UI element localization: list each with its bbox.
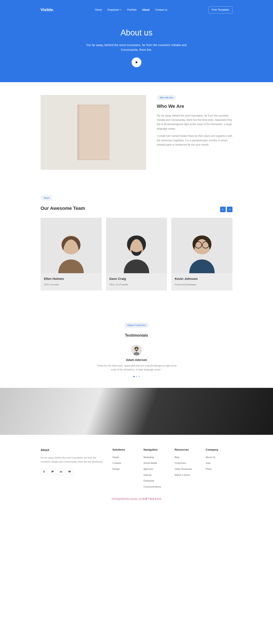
nav-about[interactable]: About — [142, 8, 150, 12]
team-name: Dave Craig — [109, 276, 164, 281]
footer-link[interactable]: Enterprise — [144, 479, 170, 483]
footer-link[interactable]: Jobs — [206, 461, 233, 465]
footer-link[interactable]: Press — [206, 467, 233, 471]
footer-about-title: About — [40, 448, 104, 452]
who-section: Who We Are Who We Are Far far away, behi… — [0, 82, 273, 182]
svg-rect-7 — [60, 471, 60, 472]
team-photo — [171, 218, 233, 273]
team-role: CEO, Co-Founder — [109, 283, 128, 286]
hero-content: About us Far far away, behind the word m… — [81, 26, 192, 67]
social-links — [40, 468, 104, 475]
play-button[interactable] — [132, 58, 141, 67]
footer-bottom-text: 访问仙踪社区bbs.xianlao.com免费下载更多内容 — [40, 497, 233, 501]
youtube-icon[interactable] — [66, 468, 73, 475]
team-name: Kevin Johnson — [175, 276, 229, 281]
testimonials-pill: Happy Customers — [124, 322, 149, 328]
who-title: Who We Are — [157, 102, 233, 110]
footer-col-title: Resources — [175, 448, 202, 452]
footer-link[interactable]: Blog — [175, 456, 202, 459]
free-templates-button[interactable]: Free Templates — [209, 6, 233, 14]
testimonials-title: Testimonials — [40, 332, 233, 338]
team-photo — [106, 218, 167, 273]
who-pill: Who We Are — [157, 95, 176, 100]
testimonial-name: Adam Aderson — [40, 358, 233, 362]
who-image — [40, 95, 146, 170]
nav-dropdown[interactable]: Dropdown — [107, 8, 122, 12]
team-card: Dave CraigCEO, Co-Founder — [106, 218, 167, 290]
team-grid: Ellen HolmesCEO, Founder Dave CraigCEO, … — [40, 218, 233, 290]
team-arrows — [220, 207, 233, 212]
team-card: Ellen HolmesCEO, Founder — [40, 218, 102, 290]
dot[interactable] — [136, 376, 137, 377]
footer: About Far far away, behind the word moun… — [0, 435, 273, 508]
footer-columns: Solutions Studio Creative Design Navigat… — [112, 448, 233, 491]
footer-col-navigation: Navigation Marketing Social Media Agenci… — [144, 448, 170, 491]
dot[interactable] — [138, 376, 140, 377]
logo[interactable]: Visible. — [40, 7, 54, 13]
footer-link[interactable]: Social Media — [144, 461, 170, 465]
footer-link[interactable]: Agencies — [144, 467, 170, 471]
carousel-dots — [40, 376, 233, 377]
dot[interactable] — [133, 376, 135, 377]
who-p1: Far far away, behind the word mountains,… — [157, 114, 233, 131]
footer-link[interactable]: Video Showcase — [175, 467, 202, 471]
footer-col-resources: Resources Blog Customers Video Showcase … — [175, 448, 202, 491]
footer-col-solutions: Solutions Studio Creative Design — [112, 448, 139, 491]
main-nav: Visible. Home Dropdown Portfolio About C… — [40, 6, 233, 14]
footer-link[interactable]: Customers — [175, 461, 202, 465]
nav-links: Home Dropdown Portfolio About Contact us — [95, 8, 167, 12]
twitter-icon[interactable] — [49, 468, 56, 475]
arrow-left-icon — [222, 208, 224, 211]
testimonial-quote: "There live the blind texts. Separated t… — [94, 364, 179, 372]
footer-about-text: Far far away, behind the word mountains,… — [40, 456, 104, 464]
team-role: CEO, Founder — [44, 283, 59, 286]
footer-about: About Far far away, behind the word moun… — [40, 448, 104, 491]
team-name: Ellen Holmes — [44, 276, 98, 281]
testimonials-section: Happy Customers Testimonials Adam Aderso… — [0, 303, 273, 388]
arrow-right-icon — [229, 208, 231, 211]
team-role: Front-end Developer — [175, 283, 196, 286]
team-card: Kevin JohnsonFront-end Developer — [171, 218, 233, 290]
banner-image — [0, 388, 273, 435]
avatar — [131, 345, 142, 356]
footer-col-title: Navigation — [144, 448, 170, 452]
chevron-down-icon — [120, 8, 122, 12]
play-icon — [135, 61, 138, 64]
nav-portfolio[interactable]: Portfolio — [127, 8, 136, 12]
team-section: Team Our Awesome Team Ellen HolmesCEO, F… — [0, 182, 273, 303]
footer-col-company: Company About Us Jobs Press — [206, 448, 233, 491]
footer-link[interactable]: Marketing — [144, 456, 170, 459]
footer-link[interactable]: Design — [112, 467, 139, 471]
nav-contact[interactable]: Contact us — [155, 8, 167, 12]
footer-col-title: Company — [206, 448, 233, 452]
nav-home[interactable]: Home — [95, 8, 102, 12]
hero: Visible. Home Dropdown Portfolio About C… — [0, 0, 273, 82]
facebook-icon[interactable] — [40, 468, 47, 475]
footer-link[interactable]: Studio — [112, 456, 139, 459]
footer-link[interactable]: Watch a Demo — [175, 473, 202, 477]
svg-point-8 — [60, 470, 60, 471]
who-p2: A small river named Duden flows by their… — [157, 134, 233, 147]
hero-title: About us — [81, 26, 192, 39]
nav-dropdown-label: Dropdown — [107, 8, 119, 11]
team-pill: Team — [40, 195, 52, 201]
team-title: Our Awesome Team — [40, 204, 85, 212]
footer-link[interactable]: Creative — [112, 461, 139, 465]
hero-subtitle: Far far away, behind the word mountains,… — [81, 43, 192, 52]
footer-col-title: Solutions — [112, 448, 139, 452]
footer-link[interactable]: About Us — [206, 456, 233, 459]
prev-button[interactable] — [220, 207, 226, 212]
next-button[interactable] — [227, 207, 233, 212]
linkedin-icon[interactable] — [58, 468, 64, 475]
footer-link[interactable]: Internal — [144, 473, 170, 477]
footer-link[interactable]: Communications — [144, 485, 170, 489]
team-photo — [40, 218, 102, 273]
who-text: Who We Are Who We Are Far far away, behi… — [157, 95, 233, 170]
